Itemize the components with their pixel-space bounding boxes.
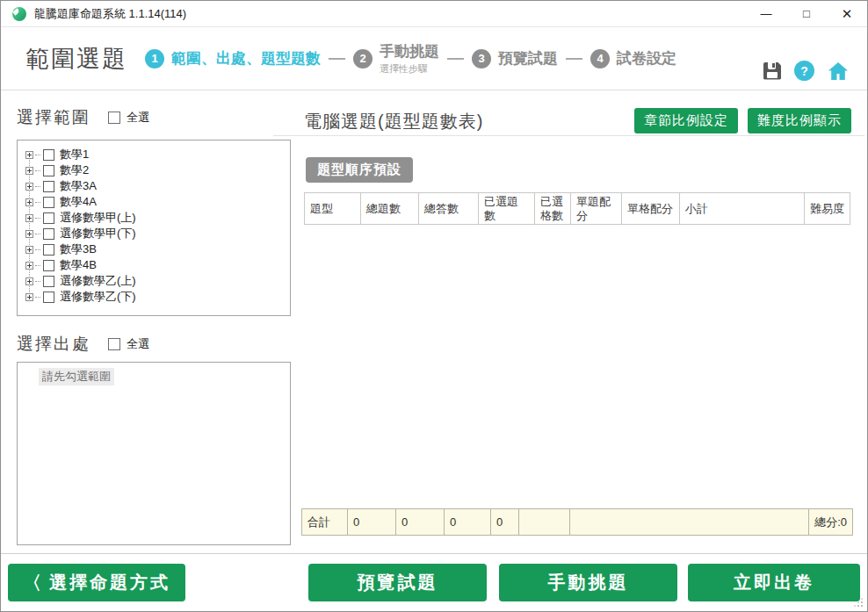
range-select-all[interactable]: 全選: [108, 110, 149, 126]
source-select-all-checkbox[interactable]: [108, 338, 120, 350]
source-section-head: 選擇出處 全選: [17, 333, 291, 356]
tree-item[interactable]: 選修數學甲(下): [18, 226, 290, 241]
tree-item[interactable]: 選修數學甲(上): [18, 210, 290, 226]
total-cell: 0: [347, 508, 396, 536]
tree-item-checkbox[interactable]: [43, 181, 54, 192]
total-cell: [569, 508, 809, 536]
range-section-head: 選擇範圍 全選: [17, 106, 291, 129]
tree-connector: [35, 281, 40, 282]
expand-plus-icon[interactable]: [25, 230, 33, 238]
page-header: 範圍選題 1 範圍、出處、題型題數 2 手動挑題 選擇性步驟 3 預覽試題 4 …: [1, 27, 867, 90]
tree-item[interactable]: 數學3B: [18, 241, 290, 257]
step-connector: [566, 58, 582, 60]
page-title: 範圍選題: [25, 43, 127, 75]
table-header-cell: 已選格數: [535, 193, 571, 224]
tree-item-label: 選修數學乙(下): [60, 289, 136, 305]
back-button-label: 選擇命題方式: [49, 571, 170, 594]
table-header-cell: 單題配分: [571, 193, 622, 224]
expand-plus-icon[interactable]: [25, 293, 33, 301]
step-1-circle: 1: [145, 49, 164, 68]
range-tree[interactable]: 數學1 數學2 數學3A: [17, 140, 291, 316]
tree-item[interactable]: 選修數學乙(下): [18, 289, 290, 305]
tree-item-checkbox[interactable]: [43, 197, 54, 208]
tree-item-checkbox[interactable]: [43, 292, 54, 303]
expand-plus-icon[interactable]: [25, 151, 33, 159]
minimize-button[interactable]: —: [746, 1, 786, 26]
tree-item[interactable]: 數學4A: [18, 194, 290, 210]
left-panel: 選擇範圍 全選 數學1 數學2: [17, 106, 291, 545]
step-4-label: 試卷設定: [617, 48, 676, 68]
expand-plus-icon[interactable]: [25, 198, 33, 206]
tree-item-checkbox[interactable]: [43, 260, 54, 271]
table-header-row: 題型 總題數 總答數 已選題數 已選格數 單題配分 單格配分 小計 難易度: [304, 192, 850, 225]
generate-exam-button[interactable]: 立即出卷: [688, 564, 860, 601]
source-list-box: 請先勾選範圍: [17, 362, 291, 545]
expand-plus-icon[interactable]: [25, 214, 33, 222]
tree-item[interactable]: 數學2: [18, 162, 290, 178]
tree-connector: [35, 202, 40, 203]
tree-item-checkbox[interactable]: [43, 212, 54, 224]
back-to-mode-button[interactable]: 〈 選擇命題方式: [8, 564, 185, 601]
range-section-title: 選擇範圍: [17, 106, 90, 129]
tree-item-checkbox[interactable]: [43, 228, 54, 240]
source-hint: 請先勾選範圍: [39, 368, 114, 385]
tree-connector: [35, 249, 40, 250]
table-header-cell: 已選題數: [479, 193, 535, 224]
expand-plus-icon[interactable]: [25, 167, 33, 175]
footer-divider: [1, 553, 868, 554]
tree-connector: [35, 297, 40, 298]
table-header-cell: 小計: [680, 193, 805, 224]
tree-connector: [35, 218, 40, 219]
range-select-all-label: 全選: [127, 110, 149, 126]
save-icon[interactable]: [763, 62, 781, 80]
tree-item[interactable]: 選修數學乙(上): [18, 273, 290, 289]
help-icon[interactable]: ?: [794, 61, 814, 81]
app-window: 龍騰題庫命題系統 1.1.14(114) — □ ✕ 範圍選題 1 範圍、出處、…: [0, 0, 868, 612]
tree-item-checkbox[interactable]: [43, 149, 54, 161]
expand-plus-icon[interactable]: [25, 277, 33, 285]
source-select-all[interactable]: 全選: [108, 336, 149, 352]
resize-grip[interactable]: [861, 605, 863, 607]
table-total-row: 合計 0 0 0 0 總分:0: [302, 508, 853, 536]
source-section-title: 選擇出處: [17, 333, 90, 356]
expand-plus-icon[interactable]: [25, 246, 33, 254]
window-title: 龍騰題庫命題系統 1.1.14(114): [34, 6, 186, 22]
step-2-stack: 手動挑題 選擇性步驟: [373, 41, 439, 76]
expand-plus-icon[interactable]: [25, 183, 33, 191]
header-icons: ?: [763, 61, 849, 81]
total-cell: 0: [490, 508, 519, 536]
difficulty-ratio-button[interactable]: 難度比例顯示: [748, 108, 851, 133]
total-cell: 合計: [301, 508, 348, 536]
home-icon[interactable]: [828, 61, 849, 81]
maximize-button[interactable]: □: [786, 1, 827, 26]
chevron-left-icon: 〈: [23, 571, 41, 595]
tree-item-label: 選修數學甲(上): [60, 210, 136, 226]
tree-item[interactable]: 數學3A: [18, 178, 290, 194]
preview-questions-button[interactable]: 預覽試題: [308, 564, 487, 601]
type-order-button[interactable]: 題型順序預設: [306, 157, 413, 183]
tree-item-checkbox[interactable]: [43, 244, 54, 256]
window-controls: — □ ✕: [746, 1, 867, 26]
manual-pick-button[interactable]: 手動挑題: [499, 564, 677, 601]
tree-item[interactable]: 數學1: [18, 147, 290, 162]
step-connector: [329, 58, 345, 60]
source-select-all-label: 全選: [127, 336, 149, 352]
tree-item[interactable]: 數學4B: [18, 257, 290, 273]
total-cell: [518, 508, 570, 536]
step-3-label: 預覽試題: [498, 48, 558, 68]
tree-item-checkbox[interactable]: [43, 276, 54, 287]
tree-item-label: 數學4A: [60, 194, 97, 210]
total-cell: 0: [444, 508, 491, 536]
tree-connector: [35, 155, 40, 155]
expand-plus-icon[interactable]: [25, 262, 33, 270]
tree-item-label: 選修數學乙(上): [60, 273, 136, 289]
range-select-all-checkbox[interactable]: [108, 112, 120, 124]
table-header-cell: 總答數: [419, 193, 479, 224]
close-button[interactable]: ✕: [827, 1, 867, 26]
step-4-circle: 4: [590, 49, 610, 68]
step-2-sublabel: 選擇性步驟: [380, 62, 428, 76]
chapter-ratio-button[interactable]: 章節比例設定: [634, 108, 738, 133]
ratio-buttons: 章節比例設定 難度比例顯示: [634, 108, 851, 133]
total-cell: 0: [395, 508, 445, 536]
tree-item-checkbox[interactable]: [43, 165, 54, 176]
